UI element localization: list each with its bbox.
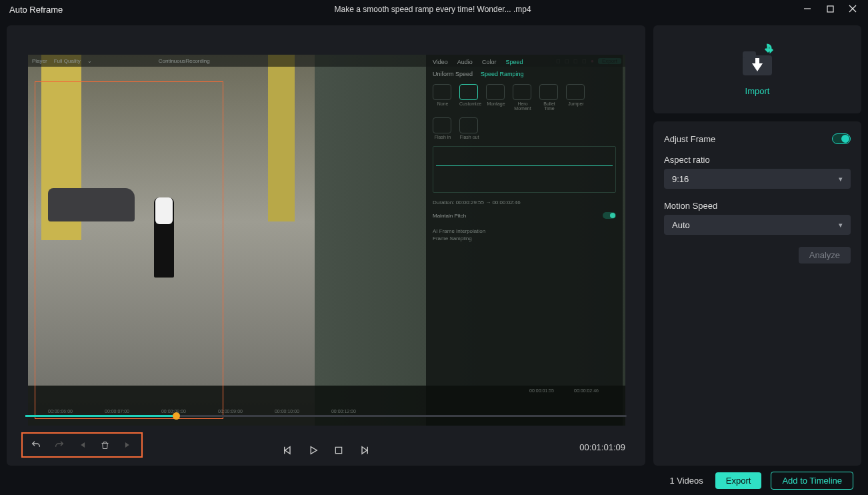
preset-flashin: Flash in — [435, 135, 451, 139]
aspect-ratio-label: Aspect ratio — [664, 155, 851, 165]
preset-montage: Montage — [487, 101, 505, 106]
analyze-button[interactable]: Analyze — [799, 247, 851, 264]
motion-speed-select[interactable]: Auto ▾ — [664, 215, 851, 235]
interp-label: AI Frame Interpolation — [433, 228, 616, 234]
inner-player-label: Player — [32, 58, 47, 64]
app-title: Auto Reframe — [5, 5, 63, 15]
playback-scrubber[interactable] — [25, 412, 627, 419]
settings-card: Adjust Frame Aspect ratio 9:16 ▾ Motion … — [653, 121, 861, 466]
interp-value: Frame Sampling — [433, 235, 616, 241]
preset-none: None — [437, 101, 449, 106]
svg-rect-4 — [335, 447, 341, 453]
adjust-frame-toggle[interactable] — [832, 133, 851, 144]
export-button[interactable]: Export — [715, 472, 762, 489]
maintain-pitch-label: Maintain Pitch — [433, 213, 466, 219]
preview-column: Player Full Quality ⌄ ContinuousRecordin… — [7, 25, 645, 466]
preset-flashout: Flash out — [460, 135, 479, 139]
inner-speed-panel: Video Audio Color Speed Uniform Speed Sp… — [426, 55, 623, 426]
timecode-display: 00:01:01:09 — [579, 442, 625, 452]
next-frame-button[interactable] — [358, 444, 370, 456]
chevron-down-icon: ▾ — [839, 175, 843, 183]
chevron-down-icon: ▾ — [839, 221, 843, 229]
inner-subtab-uniform: Uniform Speed — [433, 71, 473, 77]
inner-recording-label: ContinuousRecording — [159, 58, 210, 64]
speed-curve — [433, 146, 616, 193]
scrubber-thumb[interactable] — [173, 412, 180, 420]
footer-bar: 1 Videos Export Add to Timeline — [0, 466, 868, 495]
motion-speed-value: Auto — [672, 220, 690, 230]
inner-tab-video: Video — [433, 59, 448, 65]
prev-frame-button[interactable] — [282, 444, 294, 456]
svg-rect-8 — [755, 58, 759, 65]
preset-bullet: Bullet Time — [543, 101, 555, 111]
svg-rect-1 — [827, 6, 833, 12]
import-icon — [737, 43, 777, 81]
motion-speed-label: Motion Speed — [664, 201, 851, 211]
titlebar: Auto Reframe Make a smooth speed ramp ev… — [0, 0, 868, 19]
maintain-pitch-toggle — [603, 212, 616, 219]
aspect-ratio-value: 9:16 — [672, 174, 689, 184]
document-filename: Make a smooth speed ramp every time! Won… — [63, 5, 803, 14]
preset-jumper: Jumper — [568, 101, 583, 106]
inner-tab-audio: Audio — [457, 59, 473, 65]
import-label: Import — [745, 86, 770, 96]
add-to-timeline-button[interactable]: Add to Timeline — [771, 472, 853, 490]
maximize-button[interactable] — [825, 5, 835, 15]
svg-rect-6 — [743, 51, 756, 58]
preset-customize: Customize — [459, 101, 481, 106]
chevron-down-icon: ⌄ — [87, 58, 92, 64]
duration-readout: Duration: 00:00:29:55 → 00:00:02:46 — [433, 199, 616, 205]
inner-quality-label: Full Quality — [54, 58, 81, 64]
video-count: 1 Videos — [669, 476, 703, 486]
transport-controls — [7, 444, 645, 456]
preset-hero: Hero Moment — [514, 101, 531, 111]
inner-tab-speed: Speed — [505, 59, 523, 65]
main-area: Player Full Quality ⌄ ContinuousRecordin… — [0, 19, 868, 466]
inner-clip-time-a: 00:00:01:55 — [529, 388, 554, 393]
close-button[interactable] — [848, 5, 857, 15]
preview-panel: Player Full Quality ⌄ ContinuousRecordin… — [7, 25, 645, 466]
side-panel: Import Adjust Frame Aspect ratio 9:16 ▾ … — [653, 25, 861, 466]
inner-clip-time-b: 00:00:02:46 — [574, 388, 599, 393]
stop-button[interactable] — [333, 444, 345, 456]
reframe-crop-outline[interactable] — [35, 81, 223, 419]
import-card[interactable]: Import — [653, 25, 861, 113]
inner-tab-color: Color — [482, 59, 497, 65]
minimize-button[interactable] — [803, 5, 812, 15]
inner-subtab-ramping: Speed Ramping — [481, 71, 524, 77]
aspect-ratio-select[interactable]: 9:16 ▾ — [664, 169, 851, 189]
window-controls — [803, 5, 863, 15]
adjust-frame-label: Adjust Frame — [664, 134, 715, 144]
play-button[interactable] — [307, 444, 319, 456]
